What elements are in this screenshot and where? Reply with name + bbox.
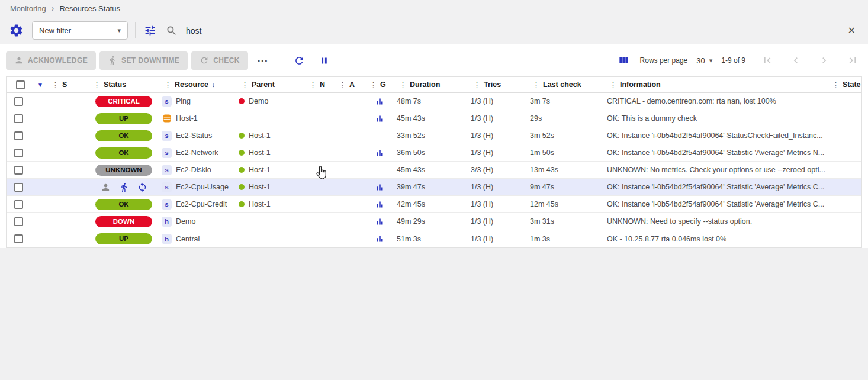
column-header-a[interactable]: ⋮A [334, 80, 365, 89]
row-checkbox[interactable] [14, 217, 23, 226]
resource-name[interactable]: Ec2-Network [176, 149, 218, 157]
filter-select[interactable]: New filter ▾ [32, 21, 128, 40]
table-row[interactable]: sEc2-Cpu-Usage Host-1 39m 47s 1/3 (H) 9m… [7, 179, 861, 196]
parent-name[interactable]: Host-1 [249, 131, 271, 140]
table-body: CRITICAL sPing Demo 48m 7s 1/3 (H) 3m 7s… [7, 93, 861, 247]
custom-host-icon [162, 114, 172, 124]
resource-name[interactable]: Ec2-Cpu-Usage [176, 183, 229, 191]
resource-name[interactable]: Ec2-Cpu-Credit [176, 200, 227, 208]
resource-name[interactable]: Ec2-Status [176, 131, 212, 140]
set-downtime-button[interactable]: SET DOWNTIME [99, 51, 188, 70]
resource-name[interactable]: Host-1 [176, 114, 198, 123]
status-cell: CRITICAL [88, 96, 159, 107]
table-row[interactable]: DOWN hDemo 49m 29s 1/3 (H) 3m 31s UNKNOW… [7, 213, 861, 230]
column-drag-handle-icon[interactable]: ⋮ [532, 80, 540, 89]
pagination-controls [761, 54, 859, 66]
rows-per-page-select[interactable]: 30 ▾ [696, 56, 712, 65]
table-row[interactable]: UNKNOWN sEc2-Diskio Host-1 45m 43s 3/3 (… [7, 162, 861, 179]
search-input[interactable] [186, 22, 841, 40]
acknowledge-button[interactable]: ACKNOWLEDGE [6, 51, 96, 70]
row-checkbox[interactable] [14, 149, 23, 157]
row-checkbox-cell [7, 183, 30, 192]
gear-icon[interactable] [8, 22, 25, 39]
column-header-duration[interactable]: ⋮Duration [394, 80, 468, 89]
resource-name[interactable]: Ec2-Diskio [176, 166, 211, 174]
row-checkbox[interactable] [14, 200, 23, 209]
table-row[interactable]: OK sEc2-Cpu-Credit Host-1 42m 45s 1/3 (H… [7, 196, 861, 213]
column-drag-handle-icon[interactable]: ⋮ [52, 80, 59, 89]
next-page-icon[interactable] [818, 54, 830, 66]
column-header-tries[interactable]: ⋮Tries [468, 80, 528, 89]
parent-status-dot [239, 98, 245, 104]
refresh-icon[interactable] [292, 53, 307, 68]
column-drag-handle-icon[interactable]: ⋮ [309, 80, 317, 89]
column-drag-handle-icon[interactable]: ⋮ [609, 80, 617, 89]
graph-icon[interactable] [375, 149, 384, 157]
graph-icon[interactable] [375, 217, 384, 226]
resource-type-icon: h [162, 234, 172, 244]
parent-name[interactable]: Host-1 [249, 166, 271, 174]
table-row[interactable]: OK sEc2-Status Host-1 33m 52s 1/3 (H) 3m… [7, 127, 861, 144]
breadcrumb-resources-status[interactable]: Resources Status [59, 4, 120, 13]
column-drag-handle-icon[interactable]: ⋮ [832, 80, 840, 89]
column-drag-handle-icon[interactable]: ⋮ [473, 80, 481, 89]
last-page-icon[interactable] [847, 54, 859, 66]
table-row[interactable]: OK sEc2-Network Host-1 36m 50s 1/3 (H) 1… [7, 144, 861, 162]
column-header-resource[interactable]: ⋮Resource↓ [159, 80, 236, 89]
parent-name[interactable]: Host-1 [249, 200, 271, 208]
parent-name[interactable]: Demo [249, 97, 268, 105]
breadcrumb-monitoring[interactable]: Monitoring [10, 4, 46, 13]
column-drag-handle-icon[interactable]: ⋮ [241, 80, 249, 89]
parent-cell: Host-1 [236, 166, 304, 174]
column-header-s[interactable]: ⋮S [47, 80, 88, 89]
row-checkbox[interactable] [14, 97, 23, 106]
graph-icon[interactable] [375, 183, 384, 192]
sort-desc-icon[interactable]: ↓ [211, 80, 215, 89]
column-header-state[interactable]: ⋮State [827, 80, 861, 89]
sync-icon[interactable] [137, 182, 147, 192]
information-cell: OK - 10.25.8.77 rta 0.046ms lost 0% [605, 235, 827, 243]
column-header-status[interactable]: ⋮Status [88, 80, 159, 89]
column-header-n[interactable]: ⋮N [304, 80, 334, 89]
clear-search-icon[interactable]: ✕ [848, 25, 856, 36]
column-drag-handle-icon[interactable]: ⋮ [369, 80, 377, 89]
status-cell: UP [88, 233, 159, 244]
search-icon [165, 24, 179, 38]
row-checkbox[interactable] [14, 234, 23, 243]
check-button[interactable]: CHECK [191, 51, 248, 70]
parent-name[interactable]: Host-1 [249, 183, 271, 191]
pause-icon[interactable] [317, 54, 331, 67]
column-drag-handle-icon[interactable]: ⋮ [164, 80, 172, 89]
downtime-icon[interactable] [119, 182, 129, 192]
graph-icon[interactable] [375, 97, 384, 106]
resource-name[interactable]: Demo [176, 217, 195, 226]
select-all-checkbox[interactable] [16, 80, 25, 89]
column-header-last-check[interactable]: ⋮Last check [528, 80, 605, 89]
row-checkbox[interactable] [14, 166, 23, 175]
resource-name[interactable]: Ping [176, 97, 191, 105]
row-checkbox[interactable] [14, 131, 23, 140]
graph-icon[interactable] [375, 114, 384, 123]
parent-name[interactable]: Host-1 [249, 149, 271, 157]
dropdown-caret-icon[interactable]: ▼ [37, 82, 43, 88]
row-checkbox[interactable] [14, 114, 23, 123]
column-drag-handle-icon[interactable]: ⋮ [93, 80, 101, 89]
graph-icon[interactable] [375, 234, 384, 243]
column-drag-handle-icon[interactable]: ⋮ [339, 80, 346, 89]
table-row[interactable]: UP Host-1 45m 43s 1/3 (H) 29s OK: This i… [7, 110, 861, 127]
acknowledged-icon[interactable] [101, 182, 111, 192]
previous-page-icon[interactable] [790, 54, 802, 66]
column-header-information[interactable]: ⋮Information [605, 80, 827, 89]
columns-settings-icon[interactable] [616, 53, 631, 68]
column-header-g[interactable]: ⋮G [365, 80, 394, 89]
row-checkbox[interactable] [14, 183, 23, 192]
column-drag-handle-icon[interactable]: ⋮ [399, 80, 407, 89]
tune-icon[interactable] [143, 23, 157, 38]
graph-icon[interactable] [375, 200, 384, 209]
table-row[interactable]: CRITICAL sPing Demo 48m 7s 1/3 (H) 3m 7s… [7, 93, 861, 110]
resource-name[interactable]: Central [176, 235, 200, 243]
column-header-parent[interactable]: ⋮Parent [236, 80, 304, 89]
more-actions-button[interactable]: ⋯ [252, 54, 274, 67]
table-row[interactable]: UP hCentral 51m 3s 1/3 (H) 1m 3s OK - 10… [7, 230, 861, 247]
first-page-icon[interactable] [761, 54, 773, 66]
